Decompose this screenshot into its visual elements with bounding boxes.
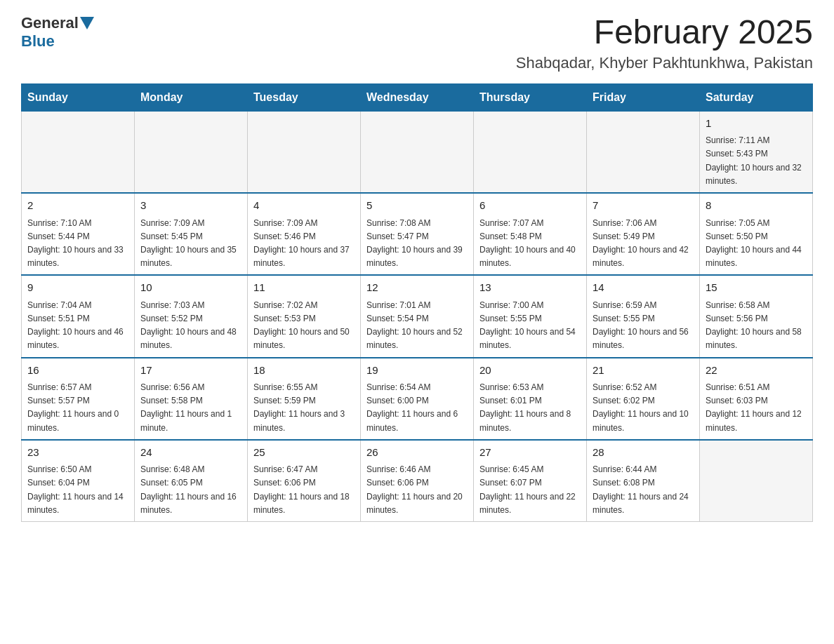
- logo-general-text: General: [21, 14, 79, 32]
- calendar-cell: 25Sunrise: 6:47 AM Sunset: 6:06 PM Dayli…: [248, 440, 361, 522]
- calendar-cell: 26Sunrise: 6:46 AM Sunset: 6:06 PM Dayli…: [361, 440, 474, 522]
- calendar-cell: 8Sunrise: 7:05 AM Sunset: 5:50 PM Daylig…: [700, 193, 813, 275]
- calendar-cell: 3Sunrise: 7:09 AM Sunset: 5:45 PM Daylig…: [135, 193, 248, 275]
- calendar-cell: [248, 111, 361, 193]
- calendar-cell: 6Sunrise: 7:07 AM Sunset: 5:48 PM Daylig…: [474, 193, 587, 275]
- day-info: Sunrise: 6:51 AM Sunset: 6:03 PM Dayligh…: [706, 381, 807, 435]
- calendar-row-3: 9Sunrise: 7:04 AM Sunset: 5:51 PM Daylig…: [22, 275, 813, 357]
- calendar-cell: [361, 111, 474, 193]
- calendar-cell: 10Sunrise: 7:03 AM Sunset: 5:52 PM Dayli…: [135, 275, 248, 357]
- day-info: Sunrise: 6:45 AM Sunset: 6:07 PM Dayligh…: [479, 463, 581, 517]
- day-number: 27: [479, 445, 581, 461]
- header-tuesday: Tuesday: [248, 83, 361, 111]
- day-number: 19: [366, 363, 468, 379]
- header-friday: Friday: [587, 83, 700, 111]
- calendar-cell: [22, 111, 135, 193]
- day-number: 16: [27, 363, 128, 379]
- calendar-cell: 4Sunrise: 7:09 AM Sunset: 5:46 PM Daylig…: [248, 193, 361, 275]
- day-info: Sunrise: 6:52 AM Sunset: 6:02 PM Dayligh…: [593, 381, 694, 435]
- calendar-cell: 19Sunrise: 6:54 AM Sunset: 6:00 PM Dayli…: [361, 358, 474, 440]
- calendar-cell: 20Sunrise: 6:53 AM Sunset: 6:01 PM Dayli…: [474, 358, 587, 440]
- day-info: Sunrise: 7:09 AM Sunset: 5:46 PM Dayligh…: [253, 217, 355, 271]
- calendar-cell: [700, 440, 813, 522]
- header-sunday: Sunday: [22, 83, 135, 111]
- calendar-row-1: 1Sunrise: 7:11 AM Sunset: 5:43 PM Daylig…: [22, 111, 813, 193]
- day-number: 17: [140, 363, 241, 379]
- day-number: 18: [253, 363, 355, 379]
- day-number: 9: [27, 280, 128, 296]
- calendar-cell: 22Sunrise: 6:51 AM Sunset: 6:03 PM Dayli…: [700, 358, 813, 440]
- day-number: 22: [706, 363, 807, 379]
- day-info: Sunrise: 7:07 AM Sunset: 5:48 PM Dayligh…: [479, 217, 581, 271]
- day-info: Sunrise: 6:54 AM Sunset: 6:00 PM Dayligh…: [366, 381, 468, 435]
- calendar-cell: 14Sunrise: 6:59 AM Sunset: 5:55 PM Dayli…: [587, 275, 700, 357]
- calendar-cell: 11Sunrise: 7:02 AM Sunset: 5:53 PM Dayli…: [248, 275, 361, 357]
- calendar-cell: 15Sunrise: 6:58 AM Sunset: 5:56 PM Dayli…: [700, 275, 813, 357]
- day-number: 6: [479, 198, 581, 214]
- logo-general: General: [21, 14, 94, 32]
- day-info: Sunrise: 7:08 AM Sunset: 5:47 PM Dayligh…: [366, 217, 468, 271]
- day-info: Sunrise: 7:10 AM Sunset: 5:44 PM Dayligh…: [27, 217, 128, 271]
- calendar-body: 1Sunrise: 7:11 AM Sunset: 5:43 PM Daylig…: [22, 111, 813, 521]
- day-info: Sunrise: 6:47 AM Sunset: 6:06 PM Dayligh…: [253, 463, 355, 517]
- header-wednesday: Wednesday: [361, 83, 474, 111]
- calendar-row-5: 23Sunrise: 6:50 AM Sunset: 6:04 PM Dayli…: [22, 440, 813, 522]
- calendar-cell: 16Sunrise: 6:57 AM Sunset: 5:57 PM Dayli…: [22, 358, 135, 440]
- calendar-cell: 28Sunrise: 6:44 AM Sunset: 6:08 PM Dayli…: [587, 440, 700, 522]
- day-number: 21: [593, 363, 694, 379]
- day-info: Sunrise: 7:03 AM Sunset: 5:52 PM Dayligh…: [140, 299, 241, 353]
- day-info: Sunrise: 7:11 AM Sunset: 5:43 PM Dayligh…: [706, 134, 807, 188]
- day-number: 26: [366, 445, 468, 461]
- day-info: Sunrise: 7:05 AM Sunset: 5:50 PM Dayligh…: [706, 217, 807, 271]
- day-number: 2: [27, 198, 128, 214]
- day-info: Sunrise: 6:46 AM Sunset: 6:06 PM Dayligh…: [366, 463, 468, 517]
- day-number: 14: [593, 280, 694, 296]
- calendar-cell: 1Sunrise: 7:11 AM Sunset: 5:43 PM Daylig…: [700, 111, 813, 193]
- day-info: Sunrise: 6:59 AM Sunset: 5:55 PM Dayligh…: [593, 299, 694, 353]
- calendar-cell: 18Sunrise: 6:55 AM Sunset: 5:59 PM Dayli…: [248, 358, 361, 440]
- calendar-cell: [587, 111, 700, 193]
- day-number: 7: [593, 198, 694, 214]
- day-number: 23: [27, 445, 128, 461]
- day-info: Sunrise: 6:56 AM Sunset: 5:58 PM Dayligh…: [140, 381, 241, 435]
- day-number: 8: [706, 198, 807, 214]
- calendar-cell: 7Sunrise: 7:06 AM Sunset: 5:49 PM Daylig…: [587, 193, 700, 275]
- calendar-cell: 21Sunrise: 6:52 AM Sunset: 6:02 PM Dayli…: [587, 358, 700, 440]
- calendar-cell: 23Sunrise: 6:50 AM Sunset: 6:04 PM Dayli…: [22, 440, 135, 522]
- day-number: 25: [253, 445, 355, 461]
- calendar-cell: 27Sunrise: 6:45 AM Sunset: 6:07 PM Dayli…: [474, 440, 587, 522]
- location-title: Shabqadar, Khyber Pakhtunkhwa, Pakistan: [516, 54, 813, 72]
- calendar-cell: 9Sunrise: 7:04 AM Sunset: 5:51 PM Daylig…: [22, 275, 135, 357]
- day-number: 12: [366, 280, 468, 296]
- calendar-cell: [135, 111, 248, 193]
- day-number: 15: [706, 280, 807, 296]
- day-number: 24: [140, 445, 241, 461]
- day-info: Sunrise: 7:00 AM Sunset: 5:55 PM Dayligh…: [479, 299, 581, 353]
- calendar-row-4: 16Sunrise: 6:57 AM Sunset: 5:57 PM Dayli…: [22, 358, 813, 440]
- day-number: 10: [140, 280, 241, 296]
- day-info: Sunrise: 6:55 AM Sunset: 5:59 PM Dayligh…: [253, 381, 355, 435]
- day-number: 4: [253, 198, 355, 214]
- calendar-cell: 17Sunrise: 6:56 AM Sunset: 5:58 PM Dayli…: [135, 358, 248, 440]
- logo: General Blue: [21, 14, 94, 51]
- header-monday: Monday: [135, 83, 248, 111]
- day-number: 1: [706, 116, 807, 132]
- page-header: General Blue February 2025 Shabqadar, Kh…: [21, 14, 813, 72]
- header-thursday: Thursday: [474, 83, 587, 111]
- day-number: 13: [479, 280, 581, 296]
- day-info: Sunrise: 7:04 AM Sunset: 5:51 PM Dayligh…: [27, 299, 128, 353]
- calendar-cell: 2Sunrise: 7:10 AM Sunset: 5:44 PM Daylig…: [22, 193, 135, 275]
- day-number: 3: [140, 198, 241, 214]
- calendar-cell: 13Sunrise: 7:00 AM Sunset: 5:55 PM Dayli…: [474, 275, 587, 357]
- calendar-cell: 24Sunrise: 6:48 AM Sunset: 6:05 PM Dayli…: [135, 440, 248, 522]
- day-number: 28: [593, 445, 694, 461]
- day-info: Sunrise: 7:09 AM Sunset: 5:45 PM Dayligh…: [140, 217, 241, 271]
- day-number: 20: [479, 363, 581, 379]
- header-saturday: Saturday: [700, 83, 813, 111]
- logo-triangle-icon: [80, 17, 94, 29]
- title-block: February 2025 Shabqadar, Khyber Pakhtunk…: [516, 14, 813, 72]
- calendar-row-2: 2Sunrise: 7:10 AM Sunset: 5:44 PM Daylig…: [22, 193, 813, 275]
- day-info: Sunrise: 6:57 AM Sunset: 5:57 PM Dayligh…: [27, 381, 128, 435]
- logo-blue-text: Blue: [21, 32, 55, 51]
- day-info: Sunrise: 6:44 AM Sunset: 6:08 PM Dayligh…: [593, 463, 694, 517]
